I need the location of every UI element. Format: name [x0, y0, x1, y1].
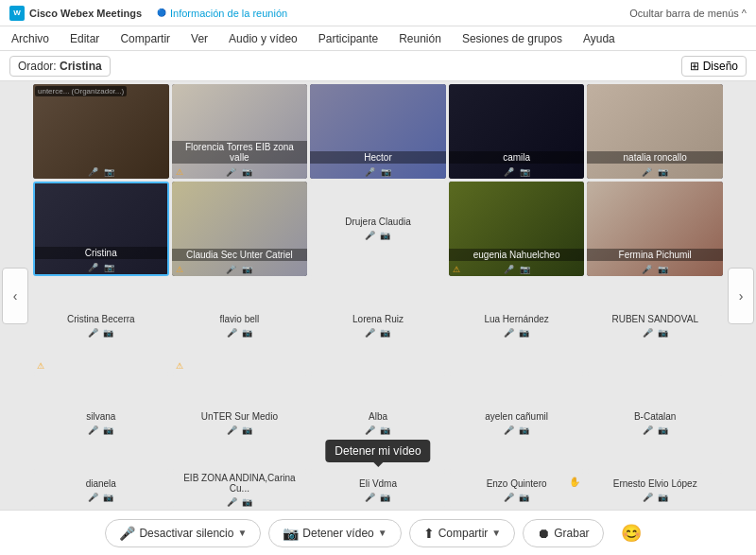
participant-cell-camila: camila 🎤 📷: [449, 84, 585, 179]
name-enzo: Enzo Quintero: [483, 478, 551, 489]
app-title: W Cisco Webex Meetings: [9, 6, 142, 21]
menu-participante[interactable]: Participante: [315, 30, 382, 47]
cell-controls-eib: 🎤 📷: [227, 497, 252, 507]
cell-controls-cristina-becerra: 🎤 📷: [88, 328, 113, 338]
menu-compartir[interactable]: Compartir: [116, 30, 174, 47]
cell-name-hector: Hector: [310, 151, 446, 164]
participant-cell-claudia: Claudia Sec Unter Catriel 🎤 📷 ⚠: [172, 182, 308, 276]
mic-icon: 🎤: [227, 328, 237, 338]
cam-icon: 📷: [380, 425, 390, 435]
menu-ver[interactable]: Ver: [187, 30, 212, 47]
cell-name-eugenia: eugenia Nahuelcheo: [449, 249, 585, 261]
mic-dropdown-arrow[interactable]: ▼: [237, 528, 247, 538]
cam-icon: 📷: [519, 328, 529, 338]
mic-icon: 🎤: [504, 493, 514, 502]
title-bar: W Cisco Webex Meetings Información de la…: [0, 0, 756, 26]
menu-reunion[interactable]: Reunión: [395, 30, 445, 47]
mic-icon: 🎤: [88, 425, 98, 435]
cam-icon: 📷: [658, 493, 668, 502]
cam-icon: 📷: [104, 263, 114, 272]
menu-editar[interactable]: Editar: [66, 30, 103, 47]
toolbar: 🎤 Desactivar silencio ▼ 📷 Detener vídeo …: [0, 510, 756, 555]
menu-sesiones[interactable]: Sesiones de grupos: [458, 30, 566, 47]
meeting-info-link[interactable]: Información de la reunión: [157, 8, 287, 19]
mic-icon: 🎤: [504, 328, 514, 338]
cam-icon: 📷: [380, 328, 390, 338]
speaker-label: Orador:: [18, 60, 57, 73]
cam-icon: 📷: [658, 265, 668, 274]
cam-icon: 📷: [103, 425, 113, 435]
name-dianela: dianela: [82, 478, 120, 489]
participant-cell-lua: Lua Hernández 🎤 📷: [449, 279, 585, 373]
menu-archivo[interactable]: Archivo: [8, 30, 53, 47]
mic-icon: 🎤: [643, 328, 653, 338]
cam-icon: 📷: [519, 425, 529, 435]
participant-cell-florencia: Florencia Torres EIB zona valle 🎤 📷 ⚠: [172, 84, 308, 179]
cell-controls-lorena: 🎤 📷: [365, 328, 390, 338]
participant-cell-natalia: natalia roncallo 🎤 📷: [587, 84, 723, 179]
record-button[interactable]: ⏺ Grabar: [523, 519, 603, 547]
mic-icon: 🎤: [88, 493, 98, 502]
mic-icon: 🎤: [365, 425, 375, 435]
cell-name-claudia: Claudia Sec Unter Catriel: [172, 249, 308, 261]
mic-icon: 🎤: [365, 493, 375, 502]
organizer-badge: unterce... (Organizador...): [35, 86, 127, 96]
mic-icon: 🎤: [227, 497, 237, 507]
cam-icon: 📷: [658, 167, 668, 177]
share-icon: ⬆: [423, 526, 435, 541]
name-silvana: silvana: [82, 411, 119, 422]
cam-icon: 📷: [658, 425, 668, 435]
name-ernesto: Ernesto Elvio López: [610, 478, 701, 489]
cell-controls-ayelen: 🎤 📷: [504, 425, 529, 435]
app-title-text: Cisco Webex Meetings: [29, 8, 142, 19]
participant-cell-lorena: Lorena Ruiz 🎤 📷: [310, 279, 446, 373]
participant-cell-bcatalan: B-Catalan 🎤 📷: [587, 375, 723, 470]
participant-cell-unter: UnTER Sur Medio 🎤 📷: [172, 375, 308, 470]
name-cristina-becerra: Cristina Becerra: [63, 314, 139, 324]
hide-menu-bar[interactable]: Ocultar barra de menús ^: [629, 8, 747, 19]
participant-cell-silvana: silvana 🎤 📷: [33, 375, 169, 470]
design-button[interactable]: ⊞ Diseño: [681, 56, 747, 77]
cell-controls-eli: 🎤 📷: [365, 493, 390, 502]
video-icon: 📷: [283, 526, 299, 541]
cam-icon: 📷: [103, 328, 113, 338]
menu-ayuda[interactable]: Ayuda: [579, 30, 619, 47]
name-ayelen: ayelen cañumil: [481, 411, 552, 422]
video-dropdown-arrow[interactable]: ▼: [378, 528, 387, 538]
video-grid-container: ‹ › unterce... (Organizador...) 🎤 📷 Flor…: [0, 81, 756, 510]
participant-cell-enzo: ✋ Enzo Quintero 🎤 📷: [449, 473, 585, 507]
cam-icon: 📷: [242, 425, 252, 435]
nav-arrow-right[interactable]: ›: [728, 268, 754, 324]
name-ruben: RUBEN SANDOVAL: [608, 314, 702, 324]
cam-icon: 📷: [242, 497, 252, 507]
cell-controls-unterce: 🎤 📷: [33, 167, 169, 177]
cell-controls-silvana: 🎤 📷: [88, 425, 113, 435]
menu-audio-video[interactable]: Audio y vídeo: [225, 30, 301, 47]
share-dropdown-arrow[interactable]: ▼: [491, 528, 501, 538]
cell-name-florencia: Florencia Torres EIB zona valle: [172, 141, 308, 164]
cell-controls-ernesto: 🎤 📷: [643, 493, 668, 502]
video-button[interactable]: 📷 Detener vídeo ▼: [268, 519, 401, 547]
emoji-button[interactable]: 😊: [611, 517, 651, 549]
cell-controls-fermina: 🎤 📷: [587, 265, 723, 274]
design-grid-icon: ⊞: [690, 60, 699, 73]
participant-cell-eib: EIB ZONA ANDINA,Carina Cu... 🎤 📷: [172, 473, 308, 507]
participant-cell-unterce: unterce... (Organizador...) 🎤 📷: [33, 84, 169, 179]
share-button[interactable]: ⬆ Compartir ▼: [409, 519, 516, 547]
participant-cell-drujera: Drujera Claudia 🎤 📷: [310, 182, 446, 276]
cell-controls-camila: 🎤 📷: [449, 167, 585, 177]
name-drujera: Drujera Claudia: [341, 217, 414, 227]
nav-arrow-left[interactable]: ‹: [2, 268, 28, 324]
cell-controls-drujera: 🎤 📷: [365, 231, 390, 240]
cell-name-fermina: Fermina Pichumil: [587, 249, 723, 261]
cisco-logo: W: [9, 6, 25, 21]
cam-icon: 📷: [103, 493, 113, 502]
menu-bar: Archivo Editar Compartir Ver Audio y víd…: [0, 26, 756, 51]
name-bcatalan: B-Catalan: [630, 411, 679, 422]
mic-button[interactable]: 🎤 Desactivar silencio ▼: [105, 519, 261, 547]
mic-icon: 🎤: [119, 526, 135, 541]
participant-cell-ernesto: Ernesto Elvio López 🎤 📷: [587, 473, 723, 507]
cell-controls-eugenia: 🎤 📷: [449, 265, 585, 274]
name-eli: Eli Vdma: [355, 478, 401, 489]
cell-controls-natalia: 🎤 📷: [587, 167, 723, 177]
